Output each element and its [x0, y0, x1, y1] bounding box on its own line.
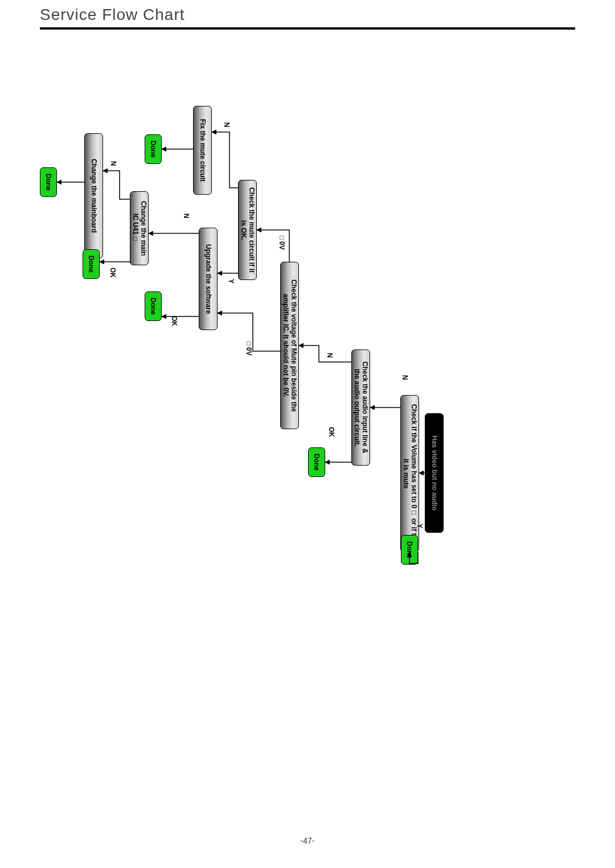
page: Service Flow Chart Has video but no audi…: [0, 0, 615, 868]
label-Y-volume: Y: [416, 524, 424, 528]
node-check-volume: Check if the Volume has set to 0□ or if …: [400, 395, 419, 552]
node-start: Has video but no audio: [425, 413, 444, 533]
label-N-muteckt: N: [223, 122, 231, 127]
label-OK-ic: OK: [109, 268, 117, 278]
node-check-mute-circuit: Check the mute circuit if it is OK.: [238, 180, 257, 280]
title-bar: Service Flow Chart: [40, 6, 575, 30]
node-done-fix-mute: Done: [145, 134, 162, 164]
label-N-ic: N: [109, 161, 117, 166]
node-check-audio-line: Check the audio input line & the audio o…: [351, 349, 370, 466]
node-change-mainboard: Change the mainboard: [84, 133, 103, 258]
label-0V-left: □0V: [278, 233, 286, 250]
node-done-software: Done: [145, 291, 162, 321]
label-N-audio: N: [326, 353, 334, 358]
label-0V-right: □0V: [245, 339, 253, 356]
page-number: -47-: [0, 836, 615, 845]
node-done-ic: Done: [83, 249, 100, 279]
node-check-mute-voltage: Check the voltage of Mute pin beside the…: [280, 262, 299, 429]
node-fix-mute-circuit: Fix the mute circuit: [193, 106, 212, 195]
label-Y-muteckt: Y: [227, 279, 235, 283]
node-done-audio-line: Done: [308, 447, 325, 477]
page-title: Service Flow Chart: [40, 6, 575, 24]
flow-connectors: [0, 0, 615, 868]
label-OK-sw: OK: [170, 316, 178, 326]
label-N-sw: N: [182, 213, 190, 219]
node-done-volume: Done: [401, 535, 418, 565]
label-N-volume: N: [401, 375, 409, 380]
label-OK-audio: OK: [327, 427, 335, 437]
node-upgrade-software: Upgrade the software: [199, 228, 218, 330]
node-done-mainboard: Done: [40, 167, 57, 197]
node-change-ic: Change the main IC U41□: [130, 191, 149, 265]
